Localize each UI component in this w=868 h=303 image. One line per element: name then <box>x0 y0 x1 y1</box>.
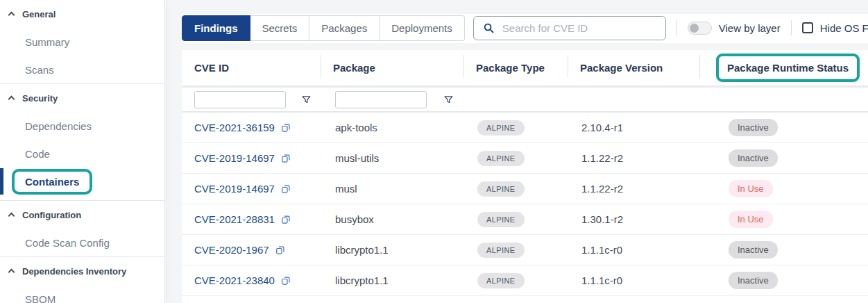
table-row: CVE-2021-36159 apk-tools ALPINE 2.10.4-r… <box>182 113 868 143</box>
column-header-package-runtime-status[interactable]: Package Runtime Status <box>699 50 868 85</box>
toolbar-divider <box>791 20 792 35</box>
table-body: CVE-2021-36159 apk-tools ALPINE 2.10.4-r… <box>182 113 868 296</box>
cve-link[interactable]: CVE-2021-36159 <box>194 122 275 133</box>
sidebar-item-dependencies[interactable]: Dependencies <box>0 112 164 140</box>
filter-icon[interactable] <box>443 95 454 105</box>
tab-label: Findings <box>194 22 238 34</box>
runtime-status-cell: In Use <box>699 180 868 197</box>
package-version-cell: 1.1.1c-r0 <box>568 244 699 256</box>
tab-label: Secrets <box>262 22 298 34</box>
view-by-layer-toggle[interactable] <box>688 22 712 35</box>
sidebar-item-label: Code Scan Config <box>25 237 110 249</box>
package-version-cell: 2.10.4-r1 <box>568 122 699 133</box>
cve-cell: CVE-2021-23840 <box>182 275 321 286</box>
package-type-cell: ALPINE <box>463 243 568 258</box>
sidebar-item-summary[interactable]: Summary <box>0 28 164 56</box>
hide-os-findings-checkbox[interactable] <box>802 22 813 33</box>
sidebar-item-scans[interactable]: Scans <box>0 56 164 83</box>
annotation-highlight-runtime-status: Package Runtime Status <box>716 54 860 82</box>
tab-label: Packages <box>321 22 367 34</box>
copy-icon[interactable] <box>281 122 291 133</box>
sidebar-section-header[interactable]: Security <box>0 84 164 112</box>
tab-packages[interactable]: Packages <box>309 15 380 41</box>
runtime-status-badge: Inactive <box>729 272 778 289</box>
top-strip <box>166 0 868 14</box>
sidebar-item-containers[interactable]: Containers <box>0 167 164 195</box>
cve-link[interactable]: CVE-2021-23840 <box>194 275 275 286</box>
column-header-package-version[interactable]: Package Version <box>568 50 699 85</box>
chevron-up-icon <box>8 12 15 19</box>
table-header-row: CVE ID Package Package Type Package Vers… <box>182 50 868 85</box>
toggle-knob <box>690 24 699 33</box>
copy-icon[interactable] <box>281 275 291 286</box>
sidebar-section-configuration: Configuration Code Scan Config <box>0 200 164 256</box>
copy-icon[interactable] <box>281 183 291 194</box>
package-filter-input[interactable] <box>335 91 427 108</box>
sidebar-item-label: Scans <box>25 64 54 76</box>
annotation-highlight-containers: Containers <box>12 169 92 195</box>
copy-icon[interactable] <box>281 153 291 163</box>
package-type-cell: ALPINE <box>463 181 568 197</box>
view-by-layer-label: View by layer <box>719 22 781 34</box>
chevron-up-icon <box>8 269 15 276</box>
sidebar: General Summary Scans Security Dependenc… <box>0 0 165 303</box>
chevron-up-icon <box>8 213 15 220</box>
toolbar: Findings Secrets Packages Deployments Vi… <box>182 15 862 41</box>
cve-link[interactable]: CVE-2020-1967 <box>194 244 269 256</box>
table-filter-row <box>182 85 868 113</box>
package-version-cell: 1.1.1c-r0 <box>568 275 699 286</box>
cve-search-box <box>473 16 666 40</box>
cve-link[interactable]: CVE-2019-14697 <box>194 152 275 164</box>
toolbar-divider <box>676 20 677 35</box>
column-header-cve-id[interactable]: CVE ID <box>182 50 321 85</box>
package-cell: libcrypto1.1 <box>321 275 463 286</box>
runtime-status-cell: Inactive <box>699 272 868 289</box>
sidebar-section-dependencies-inventory: Dependencies Inventory SBOM <box>0 256 164 303</box>
sidebar-item-code[interactable]: Code <box>0 140 164 167</box>
table-gap <box>182 43 868 50</box>
sidebar-section-label: Security <box>22 93 58 104</box>
sidebar-item-code-scan-config[interactable]: Code Scan Config <box>0 229 164 256</box>
cve-cell: CVE-2021-28831 <box>182 213 321 225</box>
cve-link[interactable]: CVE-2019-14697 <box>194 183 275 195</box>
sidebar-item-sbom[interactable]: SBOM <box>0 285 164 303</box>
sidebar-item-label: Summary <box>25 36 69 48</box>
cve-link[interactable]: CVE-2021-28831 <box>194 213 275 225</box>
sidebar-sections: General Summary Scans Security Dependenc… <box>0 0 164 303</box>
copy-icon[interactable] <box>281 214 291 224</box>
package-type-badge: ALPINE <box>477 212 525 227</box>
search-icon <box>483 22 495 34</box>
runtime-status-cell: Inactive <box>699 149 868 167</box>
cve-search-input[interactable] <box>502 22 656 34</box>
package-type-badge: ALPINE <box>477 181 525 197</box>
hide-os-findings-label: Hide OS Findings <box>820 22 868 34</box>
sidebar-section-label: General <box>22 9 56 19</box>
runtime-status-cell: Inactive <box>699 241 868 259</box>
runtime-status-badge: In Use <box>729 180 773 197</box>
sidebar-section-header[interactable]: Configuration <box>0 201 164 229</box>
table-row: CVE-2021-28831 busybox ALPINE 1.30.1-r2 … <box>182 204 868 235</box>
tab-findings[interactable]: Findings <box>182 15 250 41</box>
column-header-package-type[interactable]: Package Type <box>463 50 568 85</box>
package-type-cell: ALPINE <box>463 273 568 288</box>
copy-icon[interactable] <box>275 245 285 255</box>
cve-filter-cell <box>182 88 321 111</box>
column-header-package[interactable]: Package <box>321 50 463 85</box>
package-version-cell: 1.30.1-r2 <box>568 213 699 225</box>
package-type-badge: ALPINE <box>477 273 525 288</box>
table-row: CVE-2020-1967 libcrypto1.1 ALPINE 1.1.1c… <box>182 235 868 265</box>
tab-deployments[interactable]: Deployments <box>380 15 465 41</box>
sidebar-section-header[interactable]: Dependencies Inventory <box>0 257 164 285</box>
package-cell: busybox <box>321 213 463 225</box>
sidebar-section-security: Security Dependencies Code Containers <box>0 83 164 200</box>
sidebar-section-header[interactable]: General <box>0 0 164 28</box>
runtime-status-badge: In Use <box>729 211 773 228</box>
cve-filter-input[interactable] <box>194 91 286 108</box>
filter-icon[interactable] <box>301 95 312 105</box>
content-gutter <box>166 0 182 303</box>
sidebar-section-label: Dependencies Inventory <box>22 266 126 277</box>
package-type-cell: ALPINE <box>463 151 568 166</box>
sidebar-section-general: General Summary Scans <box>0 0 164 83</box>
sidebar-item-label: Dependencies <box>25 120 92 132</box>
tab-secrets[interactable]: Secrets <box>250 15 310 41</box>
